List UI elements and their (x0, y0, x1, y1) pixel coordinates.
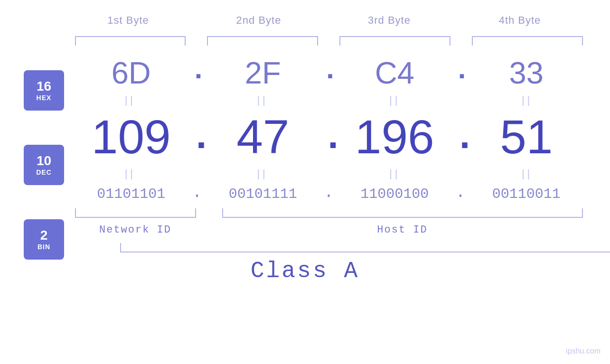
bin-badge-label: BIN (38, 243, 50, 251)
hex-b3: C4 (336, 55, 454, 91)
bin-row: 01101101 . 00101111 . 11000100 . 0011001… (0, 183, 610, 205)
top-brackets (73, 31, 585, 46)
dec-badge-label: DEC (36, 168, 52, 176)
dec-b3: 196 (336, 110, 454, 164)
dot-dec-1: . (190, 116, 204, 159)
hex-b4: 33 (468, 55, 585, 91)
bin-badge: 2 BIN (24, 219, 64, 260)
dot-dec-2: . (322, 116, 336, 159)
byte1-header: 1st Byte (63, 14, 194, 27)
hex-badge: 16 HEX (24, 70, 64, 111)
byte2-header: 2nd Byte (194, 14, 324, 27)
dec-badge-number: 10 (37, 154, 51, 168)
dot-bin-3: . (453, 183, 468, 202)
bracket-b3 (339, 36, 450, 46)
equals-6: || (257, 168, 268, 180)
host-id-label: Host ID (222, 224, 583, 236)
network-id-label: Network ID (75, 224, 196, 236)
bottom-brackets (73, 208, 585, 220)
bin-b1: 01101101 (73, 186, 190, 202)
main-container: 16 HEX 10 DEC 2 BIN 1st Byte 2nd Byte 3r… (0, 0, 610, 364)
dot-hex-3: . (453, 56, 468, 85)
equals-1: || (125, 94, 136, 106)
hex-row: 6D . 2F . C4 . 33 (0, 55, 610, 91)
byte3-header: 3rd Byte (324, 14, 455, 27)
full-bottom-bracket (120, 243, 610, 252)
dot-bin-1: . (190, 183, 204, 202)
dot-bin-2: . (322, 183, 336, 202)
equals-3: || (389, 94, 400, 106)
equals-5: || (125, 168, 136, 180)
network-bracket (75, 208, 196, 218)
full-bracket-wrapper (73, 236, 585, 252)
bracket-b4 (472, 36, 583, 46)
bracket-b1 (75, 36, 186, 46)
equals-7: || (389, 168, 400, 180)
dec-b1: 109 (73, 110, 190, 164)
equals-8: || (522, 168, 533, 180)
bin-badge-number: 2 (40, 228, 48, 243)
host-bracket (222, 208, 583, 218)
byte4-header: 4th Byte (455, 14, 585, 27)
dec-row: 109 . 47 . 196 . 51 (0, 110, 610, 164)
bin-b2: 00101111 (204, 186, 322, 202)
dot-hex-2: . (322, 56, 336, 85)
byte-headers: 1st Byte 2nd Byte 3rd Byte 4th Byte (63, 14, 585, 31)
equals-row-1: || || || || (73, 91, 585, 110)
hex-badge-number: 16 (37, 79, 51, 94)
dec-badge: 10 DEC (24, 145, 64, 185)
bin-b4: 00110011 (468, 186, 585, 202)
dec-b4: 51 (468, 110, 585, 164)
dot-dec-3: . (453, 116, 468, 159)
dec-b2: 47 (204, 110, 322, 164)
bin-b3: 11000100 (336, 186, 454, 202)
dot-hex-1: . (190, 56, 204, 85)
hex-b1: 6D (73, 55, 190, 91)
watermark: ipshu.com (566, 347, 601, 355)
equals-row-2: || || || || (73, 164, 585, 183)
equals-2: || (257, 94, 268, 106)
id-labels: Network ID Host ID (73, 224, 585, 236)
bracket-b2 (207, 36, 318, 46)
hex-b2: 2F (204, 55, 322, 91)
class-label: Class A (251, 258, 360, 284)
hex-badge-label: HEX (37, 94, 52, 102)
equals-4: || (522, 94, 533, 106)
